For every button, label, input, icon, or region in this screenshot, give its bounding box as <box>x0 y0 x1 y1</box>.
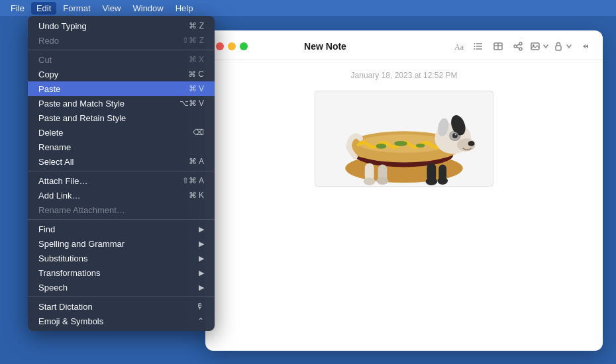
menu-item-select-all[interactable]: Select All ⌘ A <box>28 154 215 169</box>
transformations-arrow-icon: ▶ <box>199 269 204 277</box>
menubar-edit[interactable]: Edit <box>31 2 56 15</box>
speech-arrow-icon: ▶ <box>199 283 204 292</box>
svg-point-5 <box>474 46 476 47</box>
lock-button[interactable] <box>553 41 572 52</box>
menu-item-emoji[interactable]: Emoji & Symbols ⌃ <box>28 314 215 328</box>
menubar-file[interactable]: File <box>5 2 30 15</box>
svg-point-28 <box>468 141 475 146</box>
svg-point-40 <box>377 177 389 185</box>
note-window: New Note Aa <box>205 30 603 351</box>
menubar-format[interactable]: Format <box>58 2 95 15</box>
svg-point-4 <box>474 43 476 44</box>
spelling-arrow-icon: ▶ <box>199 240 204 248</box>
menubar-help[interactable]: Help <box>170 2 199 15</box>
svg-line-13 <box>517 44 519 46</box>
menu-item-rename-attachment: Rename Attachment… <box>28 203 215 217</box>
menu-item-find[interactable]: Find ▶ <box>28 222 215 236</box>
svg-point-12 <box>519 48 522 50</box>
edit-dropdown-menu: Undo Typing ⌘ Z Redo ⇧⌘ Z Cut ⌘ X Copy ⌘… <box>28 16 215 331</box>
menu-item-undo[interactable]: Undo Typing ⌘ Z <box>28 19 215 33</box>
menu-item-transformations[interactable]: Transformations ▶ <box>28 265 215 280</box>
menu-item-delete[interactable]: Delete ⌫ <box>28 125 215 140</box>
separator-3 <box>28 219 215 220</box>
menu-item-rename[interactable]: Rename <box>28 140 215 154</box>
menu-item-dictation[interactable]: Start Dictation 🎙 <box>28 299 215 314</box>
menubar-window[interactable]: Window <box>127 2 168 15</box>
menu-item-paste-retain[interactable]: Paste and Retain Style <box>28 111 215 125</box>
menu-item-speech[interactable]: Speech ▶ <box>28 280 215 295</box>
svg-point-41 <box>426 177 438 185</box>
note-content: January 18, 2023 at 12:52 PM <box>205 60 603 351</box>
list-icon[interactable] <box>470 38 486 54</box>
separator-2 <box>28 171 215 171</box>
menubar-view[interactable]: View <box>97 2 127 15</box>
table-icon[interactable] <box>490 38 506 54</box>
dictation-icon: 🎙 <box>196 302 204 311</box>
more-button[interactable] <box>576 38 592 54</box>
menu-item-substitutions[interactable]: Substitutions ▶ <box>28 251 215 265</box>
window-titlebar: New Note Aa <box>205 30 603 60</box>
share-icon[interactable] <box>510 38 526 54</box>
svg-point-16 <box>533 44 535 46</box>
menu-item-paste[interactable]: Paste ⌘ V <box>28 81 215 96</box>
svg-point-11 <box>514 45 517 48</box>
svg-point-10 <box>519 42 522 45</box>
menu-item-spelling[interactable]: Spelling and Grammar ▶ <box>28 236 215 251</box>
window-title: New Note <box>205 41 445 52</box>
substitutions-arrow-icon: ▶ <box>199 254 204 263</box>
menu-item-attach-file[interactable]: Attach File… ⇧⌘ A <box>28 173 215 188</box>
svg-point-42 <box>437 177 448 185</box>
svg-line-14 <box>517 47 519 48</box>
svg-rect-17 <box>556 46 561 50</box>
menu-item-paste-match[interactable]: Paste and Match Style ⌥⌘ V <box>28 96 215 111</box>
menu-item-redo: Redo ⇧⌘ Z <box>28 33 215 48</box>
svg-point-34 <box>449 130 461 141</box>
note-date: January 18, 2023 at 12:52 PM <box>221 71 587 80</box>
menu-item-cut: Cut ⌘ X <box>28 52 215 67</box>
menubar: File Edit Format View Window Help <box>0 0 616 16</box>
media-button[interactable] <box>530 41 549 52</box>
svg-text:Aa: Aa <box>454 42 464 52</box>
note-image <box>315 91 493 187</box>
menu-item-copy[interactable]: Copy ⌘ C <box>28 67 215 81</box>
toolbar-icons: Aa <box>450 38 592 54</box>
menu-item-add-link[interactable]: Add Link… ⌘ K <box>28 188 215 203</box>
emoji-icon: ⌃ <box>197 316 204 326</box>
svg-point-39 <box>364 177 376 185</box>
font-icon[interactable]: Aa <box>450 38 466 54</box>
separator-4 <box>28 296 215 297</box>
hotdog-dog-image <box>315 91 493 186</box>
find-arrow-icon: ▶ <box>199 225 204 234</box>
separator-1 <box>28 50 215 50</box>
svg-point-6 <box>474 48 476 50</box>
